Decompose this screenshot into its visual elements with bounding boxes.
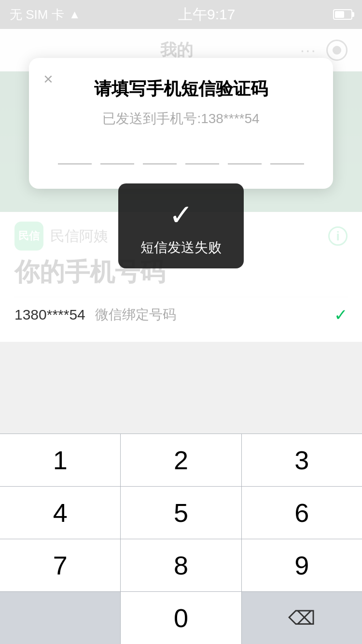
toast-checkmark-icon: ✓ xyxy=(169,198,193,232)
key-4[interactable]: 4 xyxy=(0,487,121,539)
key-0[interactable]: 0 xyxy=(121,592,241,644)
code-digit-6[interactable] xyxy=(270,147,304,165)
key-3[interactable]: 3 xyxy=(242,434,362,486)
keypad-row-2: 4 5 6 xyxy=(0,486,362,539)
code-digit-1[interactable] xyxy=(58,147,92,165)
code-digit-3[interactable] xyxy=(143,147,177,165)
keypad-row-4: 0 ⌫ xyxy=(0,591,362,644)
key-1[interactable]: 1 xyxy=(0,434,121,486)
verification-dialog: × 请填写手机短信验证码 已发送到手机号:138****54 xyxy=(29,58,333,189)
wechat-bind-label: 微信绑定号码 xyxy=(95,306,176,324)
numeric-keypad: 1 2 3 4 5 6 7 8 9 0 ⌫ xyxy=(0,434,362,644)
code-input-group[interactable] xyxy=(48,147,314,165)
dialog-close-button[interactable]: × xyxy=(43,70,53,88)
keypad-row-1: 1 2 3 xyxy=(0,434,362,486)
keypad-row-3: 7 8 9 xyxy=(0,539,362,591)
delete-icon: ⌫ xyxy=(288,607,316,629)
key-5[interactable]: 5 xyxy=(121,487,241,539)
key-8[interactable]: 8 xyxy=(121,539,241,591)
key-delete[interactable]: ⌫ xyxy=(242,592,362,644)
phone-row: 1380****54 微信绑定号码 ✓ xyxy=(14,297,348,332)
code-digit-4[interactable] xyxy=(185,147,219,165)
key-empty xyxy=(0,592,121,644)
code-digit-2[interactable] xyxy=(100,147,134,165)
toast-notification: ✓ 短信发送失败 xyxy=(118,183,244,268)
key-7[interactable]: 7 xyxy=(0,539,121,591)
dialog-subtitle: 已发送到手机号:138****54 xyxy=(48,110,314,128)
key-9[interactable]: 9 xyxy=(242,539,362,591)
key-2[interactable]: 2 xyxy=(121,434,241,486)
dialog-title: 请填写手机短信验证码 xyxy=(48,77,314,101)
key-6[interactable]: 6 xyxy=(242,487,362,539)
phone-number: 1380****54 xyxy=(14,307,85,323)
bind-checkmark-icon: ✓ xyxy=(334,305,348,324)
code-digit-5[interactable] xyxy=(228,147,262,165)
toast-message: 短信发送失败 xyxy=(140,238,222,257)
